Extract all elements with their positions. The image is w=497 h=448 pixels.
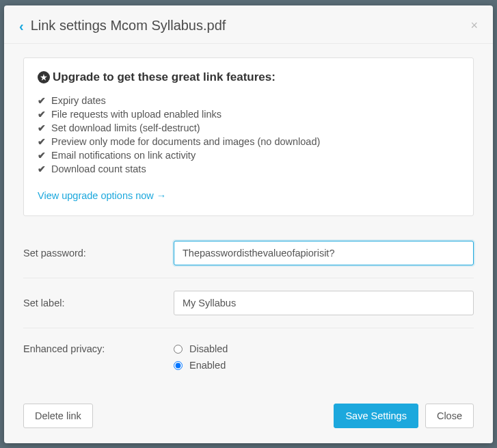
privacy-label: Enhanced privacy: xyxy=(23,343,174,354)
link-settings-modal: ‹ Link settings Mcom Syllabus.pdf × ★ Up… xyxy=(4,5,493,443)
check-icon: ✔ xyxy=(38,150,46,161)
password-label: Set password: xyxy=(23,248,174,259)
arrow-right-icon: → xyxy=(157,190,167,201)
close-button[interactable]: Close xyxy=(425,404,474,428)
privacy-row: Enhanced privacy: Disabled Enabled xyxy=(23,328,474,383)
privacy-enabled-text: Enabled xyxy=(189,360,226,371)
password-row: Set password: xyxy=(23,228,474,278)
label-label: Set label: xyxy=(23,298,174,308)
feature-item: ✔File requests with upload enabled links xyxy=(38,107,459,121)
privacy-enabled-radio[interactable] xyxy=(174,361,183,370)
label-input[interactable] xyxy=(174,291,474,315)
feature-text: File requests with upload enabled links xyxy=(51,109,221,120)
upgrade-link-text: View upgrade options now xyxy=(38,190,154,201)
privacy-disabled-option[interactable]: Disabled xyxy=(174,343,474,354)
check-icon: ✔ xyxy=(38,109,46,120)
feature-text: Preview only mode for documents and imag… xyxy=(51,136,320,147)
feature-text: Download count stats xyxy=(51,163,146,174)
modal-title: Link settings Mcom Syllabus.pdf xyxy=(31,18,471,34)
save-settings-button[interactable]: Save Settings xyxy=(334,404,418,428)
check-icon: ✔ xyxy=(38,95,46,106)
modal-footer: Delete link Save Settings Close xyxy=(4,391,493,443)
check-icon: ✔ xyxy=(38,136,46,147)
check-icon: ✔ xyxy=(38,122,46,133)
star-icon: ★ xyxy=(38,71,50,83)
back-chevron-icon[interactable]: ‹ xyxy=(19,19,24,33)
feature-text: Email notifications on link activity xyxy=(51,150,196,161)
password-input-wrap xyxy=(174,241,474,265)
feature-item: ✔Email notifications on link activity xyxy=(38,148,459,162)
upgrade-heading: ★ Upgrade to get these great link featur… xyxy=(38,70,459,84)
privacy-disabled-radio[interactable] xyxy=(174,345,183,354)
label-input-wrap xyxy=(174,291,474,315)
delete-link-button[interactable]: Delete link xyxy=(23,404,93,428)
feature-item: ✔Preview only mode for documents and ima… xyxy=(38,135,459,148)
privacy-radio-group: Disabled Enabled xyxy=(174,343,474,371)
close-icon[interactable]: × xyxy=(470,18,478,33)
label-row: Set label: xyxy=(23,278,474,328)
upgrade-link[interactable]: View upgrade options now → xyxy=(38,190,166,201)
modal-header: ‹ Link settings Mcom Syllabus.pdf × xyxy=(4,5,493,44)
feature-item: ✔Expiry dates xyxy=(38,94,459,107)
feature-text: Expiry dates xyxy=(51,95,106,106)
feature-text: Set download limits (self-destruct) xyxy=(51,122,200,133)
upgrade-heading-text: Upgrade to get these great link features… xyxy=(53,70,276,84)
upgrade-panel: ★ Upgrade to get these great link featur… xyxy=(23,57,474,216)
modal-body: ★ Upgrade to get these great link featur… xyxy=(4,44,493,391)
feature-item: ✔Set download limits (self-destruct) xyxy=(38,121,459,135)
check-icon: ✔ xyxy=(38,163,46,174)
feature-list: ✔Expiry dates ✔File requests with upload… xyxy=(38,94,459,176)
privacy-disabled-text: Disabled xyxy=(189,343,228,354)
feature-item: ✔Download count stats xyxy=(38,162,459,176)
password-input[interactable] xyxy=(174,241,474,265)
privacy-enabled-option[interactable]: Enabled xyxy=(174,360,474,371)
